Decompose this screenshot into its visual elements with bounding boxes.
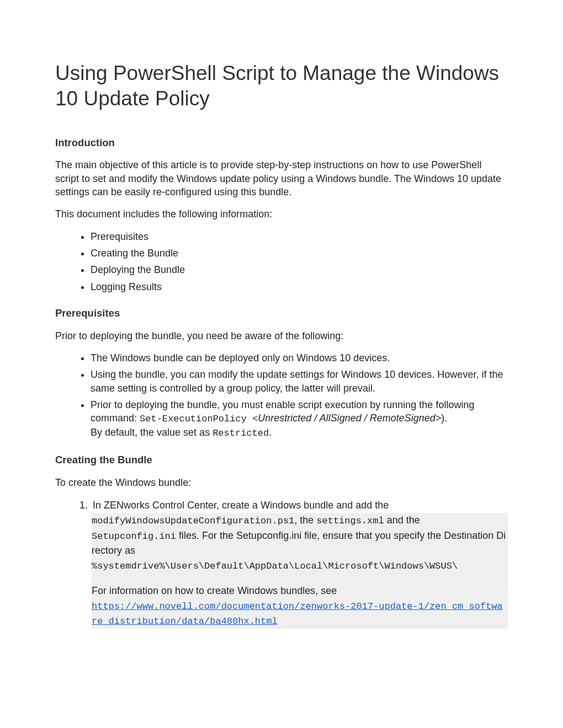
document-title: Using PowerShell Script to Manage the Wi…: [55, 61, 508, 112]
section-creating-bundle-heading: Creating the Bundle: [55, 453, 508, 467]
intro-bullet-item: Logging Results: [91, 280, 508, 293]
code-filename: mod: [92, 516, 109, 526]
text-segment: .: [269, 427, 272, 438]
intro-bullet-item: Deploying the Bundle: [91, 263, 508, 276]
intro-paragraph-2: This document includes the following inf…: [55, 207, 508, 221]
text-segment: and the: [384, 515, 420, 526]
prereq-paragraph: Prior to deploying the bundle, you need …: [55, 329, 508, 342]
create-paragraph: To create the Windows bundle:: [55, 476, 508, 489]
create-steps-list: In ZENworks Control Center, create a Win…: [55, 498, 508, 629]
prereq-bullet-item: Prior to deploying the bundle, you must …: [91, 398, 508, 440]
text-segment: For information on how to create Windows…: [92, 585, 337, 596]
section-introduction-heading: Introduction: [55, 136, 508, 150]
text-segment: In ZENworks Control Center, create a Win…: [93, 500, 389, 511]
code-path: %systemdrive%\Users\Default\AppData\Loca…: [92, 561, 458, 571]
prereq-bullet-item: The Windows bundle can be deployed only …: [91, 351, 508, 365]
intro-bullet-list: Prerequisites Creating the Bundle Deploy…: [55, 230, 508, 293]
intro-paragraph-1: The main objective of this article is to…: [55, 158, 508, 199]
code-options: Unrestricted / AllSigned / RemoteSigned>: [258, 413, 441, 424]
intro-bullet-item: Prerequisites: [91, 230, 508, 243]
code-command: Set-ExecutionPolicy <: [140, 414, 258, 424]
code-value: Restricted: [213, 428, 269, 438]
section-prerequisites-heading: Prerequisites: [55, 307, 508, 320]
documentation-link[interactable]: https://www.novell.com/documentation/zen…: [92, 601, 503, 627]
text-segment: By default, the value set as: [91, 427, 213, 438]
code-filename: settings.xml: [316, 516, 384, 526]
create-step-item: In ZENworks Control Center, create a Win…: [91, 498, 508, 629]
text-segment: , the: [294, 515, 316, 526]
prereq-bullet-list: The Windows bundle can be deployed only …: [55, 351, 508, 440]
intro-bullet-item: Creating the Bundle: [91, 247, 508, 260]
code-filename: ifyWindowsUpdateConfiguration.ps1: [109, 516, 295, 526]
text-segment: ).: [441, 413, 447, 424]
prereq-bullet-item: Using the bundle, you can modify the upd…: [91, 368, 508, 395]
code-filename: Setupconfig.ini: [92, 531, 176, 542]
